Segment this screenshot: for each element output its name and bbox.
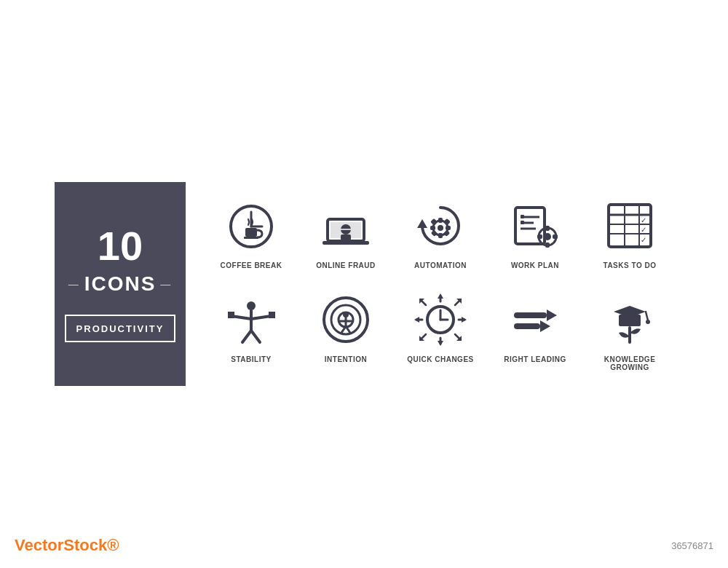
svg-line-49 [242,331,251,342]
svg-rect-17 [446,226,451,230]
svg-marker-11 [417,219,427,228]
icon-item-coffee-break: COFFEE BREAK [207,197,295,269]
svg-rect-9 [341,234,351,240]
quick-changes-icon [411,291,470,350]
knowledge-growing-icon [601,291,659,350]
svg-marker-65 [438,341,443,346]
icon-item-work-plan: WORK PLAN [491,197,579,269]
icon-count: 10 [98,226,143,267]
svg-rect-15 [438,233,443,238]
svg-rect-3 [245,228,257,237]
svg-rect-31 [545,242,550,248]
label-box: 10 — ICONS — PRODUCTIVITY [55,182,186,386]
svg-marker-81 [540,320,550,332]
icon-item-knowledge-growing: KNOWLEDGE GROWING [586,291,673,371]
watermark: VectorStock® 36576871 [0,536,728,555]
svg-line-70 [422,301,426,305]
svg-point-86 [646,320,650,324]
icon-item-quick-changes: QUICK CHANGES [397,291,484,371]
svg-rect-21 [443,230,450,237]
coffee-break-icon [222,197,280,256]
intention-icon [317,291,375,350]
icon-item-stability: STABILITY [207,291,295,371]
tasks-to-do-icon: ✓ ✓ ✓ [601,197,659,256]
svg-line-76 [422,334,426,339]
automation-icon [411,197,470,256]
svg-rect-20 [430,230,437,237]
svg-line-85 [646,312,648,320]
icons-label: ICONS [84,272,157,296]
svg-rect-14 [438,218,443,223]
watermark-brand: VectorStock® [15,536,119,555]
main-container: 10 — ICONS — PRODUCTIVITY [0,0,728,568]
knowledge-growing-label: KNOWLEDGE GROWING [586,355,673,371]
right-leading-icon [506,291,564,350]
icons-row-1: COFFEE BREAK [207,197,673,269]
svg-line-46 [251,316,271,319]
icons-row-2: STABILITY [207,291,673,371]
svg-rect-4 [244,237,258,239]
svg-rect-48 [269,312,275,318]
svg-marker-63 [438,293,443,299]
svg-marker-84 [614,306,646,317]
work-plan-label: WORK PLAN [511,261,559,269]
icon-item-right-leading: RIGHT LEADING [491,291,579,371]
content-area: 10 — ICONS — PRODUCTIVITY [55,182,673,386]
watermark-id: 36576871 [671,540,713,551]
category-frame: PRODUCTIVITY [65,315,176,342]
intention-label: INTENTION [325,355,367,363]
dash-left: — [68,278,80,290]
svg-rect-47 [228,312,234,318]
tasks-to-do-label: TASKS TO DO [604,261,657,269]
coffee-break-label: COFFEE BREAK [221,261,282,269]
svg-text:✓: ✓ [641,236,646,244]
svg-text:✓: ✓ [641,226,646,234]
svg-rect-7 [323,241,369,245]
svg-marker-67 [414,317,419,323]
svg-point-29 [544,233,551,240]
svg-marker-79 [547,309,557,321]
svg-rect-78 [514,312,547,318]
online-fraud-label: ONLINE FRAUD [316,261,376,269]
svg-rect-19 [443,218,450,225]
automation-label: AUTOMATION [414,261,467,269]
svg-line-50 [251,331,260,342]
quick-changes-label: QUICK CHANGES [407,355,474,363]
svg-rect-18 [430,218,437,225]
work-plan-icon [506,197,564,256]
svg-rect-32 [537,234,542,239]
icon-item-tasks-to-do: ✓ ✓ ✓ TASKS TO DO [586,197,673,269]
svg-line-74 [455,301,459,305]
svg-point-13 [438,225,443,231]
icon-item-intention: INTENTION [302,291,389,371]
svg-rect-80 [514,323,540,329]
icon-item-online-fraud: ONLINE FRAUD [302,197,389,269]
category-label: PRODUCTIVITY [76,323,165,334]
svg-line-72 [455,334,459,339]
svg-line-45 [232,316,251,319]
svg-rect-16 [430,226,435,230]
online-fraud-icon [317,197,375,256]
svg-marker-69 [462,317,467,323]
svg-text:✓: ✓ [641,216,646,224]
icon-item-automation: AUTOMATION [397,197,484,269]
stability-icon [222,291,280,350]
right-leading-label: RIGHT LEADING [504,355,566,363]
stability-label: STABILITY [231,355,271,363]
svg-rect-30 [545,226,550,231]
svg-rect-26 [521,215,524,218]
svg-rect-33 [553,234,558,239]
svg-rect-27 [521,221,524,224]
dash-right: — [160,278,172,290]
icons-grid: COFFEE BREAK [207,197,673,371]
